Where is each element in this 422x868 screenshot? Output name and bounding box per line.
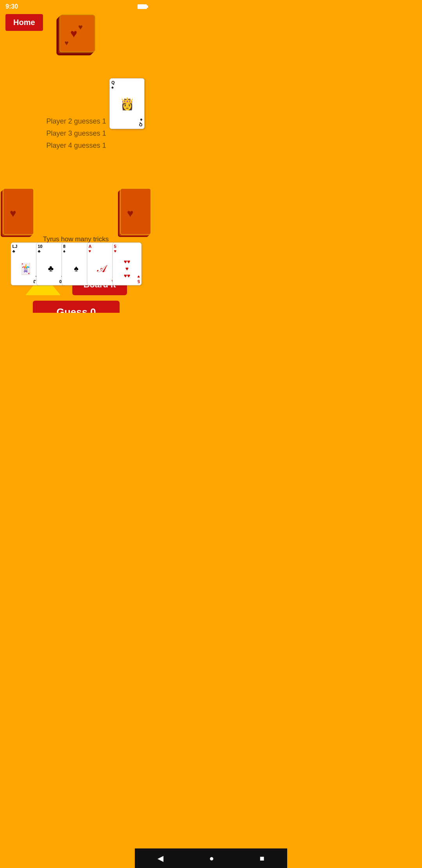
guess-button[interactable]: Guess 0 <box>33 301 119 313</box>
queen-rank-top: Q♠ <box>111 80 115 90</box>
home-button[interactable]: Home <box>5 14 43 31</box>
right-deck: ♥ <box>117 188 152 239</box>
hand-card-8-spades[interactable]: 8♠ ♠ 8♠ <box>62 242 91 285</box>
svg-rect-18 <box>120 188 151 235</box>
left-deck: ♥ <box>0 188 35 239</box>
card-center-5: ♥♥♥♥♥ <box>114 253 140 284</box>
hand-card-10-clubs[interactable]: 10♣ ♣ 10♣ <box>36 242 66 285</box>
svg-text:♥: ♥ <box>127 207 134 219</box>
hand-card-lj-clubs[interactable]: LJ♣ 🃏 LJ♣ <box>11 242 40 285</box>
card-rank-5: 5♥ <box>114 244 140 253</box>
hand-area: LJ♣ 🃏 LJ♣ 10♣ ♣ 10♣ 8♠ ♠ 8♠ A♥ 𝒜 A♥ 5♥ ♥… <box>11 242 142 285</box>
player4-guess: Player 4 guesses 1 <box>46 142 106 150</box>
queen-face: 👸 <box>120 97 134 111</box>
card-rank-8: 8♠ <box>63 244 89 253</box>
status-time: 9:30 <box>5 3 18 10</box>
battery-icon <box>138 4 147 9</box>
top-deck: ♥ ♥ ♥ <box>55 14 98 57</box>
svg-text:♥: ♥ <box>64 39 69 47</box>
svg-rect-12 <box>3 188 34 235</box>
hand-card-a-hearts[interactable]: A♥ 𝒜 A♥ <box>87 242 116 285</box>
svg-text:♥: ♥ <box>10 207 16 219</box>
player2-guess: Player 2 guesses 1 <box>46 117 106 126</box>
card-center-8: ♠ <box>63 253 89 284</box>
card-rank-5-bottom: 5♥ <box>138 274 140 284</box>
svg-text:♥: ♥ <box>78 23 83 31</box>
guesses-area: Player 2 guesses 1 Player 3 guesses 1 Pl… <box>0 117 152 150</box>
hand-card-5-hearts[interactable]: 5♥ ♥♥♥♥♥ 5♥ <box>113 242 142 285</box>
card-rank-a: A♥ <box>89 244 115 253</box>
card-rank-lj: LJ♣ <box>13 244 39 253</box>
status-bar: 9:30 <box>0 0 152 13</box>
svg-text:♥: ♥ <box>70 27 77 40</box>
card-rank-10: 10♣ <box>38 244 64 253</box>
player3-guess: Player 3 guesses 1 <box>46 129 106 138</box>
card-center-a: 𝒜 <box>89 253 115 284</box>
